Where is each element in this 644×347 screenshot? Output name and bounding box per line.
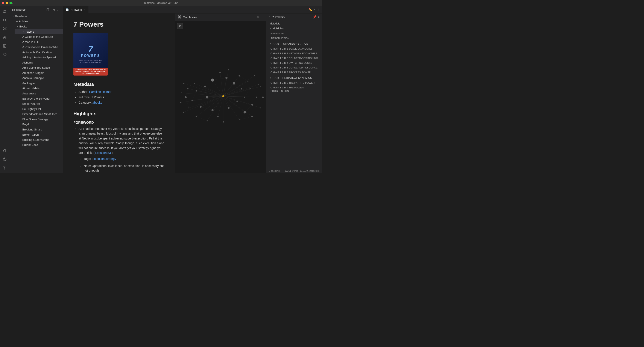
outline-header: ▼ 7 Powers 📌 ≡ xyxy=(266,14,322,20)
tree-articles[interactable]: ▶ Articles xyxy=(11,19,63,24)
help-activity-icon[interactable] xyxy=(1,155,8,163)
svg-point-96 xyxy=(226,77,228,79)
outline-ch2[interactable]: C H A P T E R 2 NETWORK ECONOMIES xyxy=(266,51,322,56)
tree-item-adding[interactable]: Adding Intention to Spaced Repet... xyxy=(14,55,63,60)
back-button[interactable]: ← xyxy=(11,1,16,5)
outline-ch3[interactable]: C H A P T E R 3 COUNTER-POSITIONING xyxy=(266,56,322,60)
outline-metadata[interactable]: Metadata xyxy=(266,21,322,26)
tree-item-kingpin[interactable]: American Kingpin xyxy=(14,70,63,75)
sync-activity-icon[interactable] xyxy=(1,147,8,154)
tree-item-bullshit[interactable]: Bullshit Jobs xyxy=(14,142,63,148)
outline-part1[interactable]: ▼ P A R T I STRATEGY STATICS xyxy=(266,42,322,46)
tree-item-breaking[interactable]: Breaking Smart xyxy=(14,127,63,132)
category-link[interactable]: #books xyxy=(92,101,102,104)
outline-ch6[interactable]: C H A P T E R 6 CORNERED RESOURCE xyxy=(266,65,322,70)
outline-introduction[interactable]: INTRODUCTION xyxy=(266,36,322,40)
files-activity-icon[interactable] xyxy=(1,8,8,16)
outline-highlights[interactable]: ▼ Highlights xyxy=(266,26,322,31)
tag-execution[interactable]: execution xyxy=(92,157,104,160)
outline-root-label: 7 Powers xyxy=(272,16,285,19)
outline-part2[interactable]: ▼ P A R T II STRATEGY DYNAMICS xyxy=(266,76,322,80)
outline-ch7[interactable]: C H A P T E R 7 PROCESS POWER xyxy=(266,70,322,75)
minimize-window-button[interactable] xyxy=(6,2,8,4)
svg-point-2 xyxy=(4,19,6,21)
search-activity-icon[interactable] xyxy=(1,16,8,24)
tree-item-alchemy[interactable]: Alchemy xyxy=(14,60,63,65)
graph-activity-icon[interactable] xyxy=(1,25,8,32)
svg-point-5 xyxy=(3,28,4,28)
outline-foreword[interactable]: FOREWORD xyxy=(266,31,322,36)
note-item: Note: Operational excellence, or executi… xyxy=(84,164,165,173)
outline-ch9-label: C H A P T E R 9 THE POWER PROGRESSION xyxy=(270,86,320,93)
metadata-list: Author: Hamilton Helmer Full Title: 7 Po… xyxy=(74,90,165,105)
tree-item-bartleby[interactable]: Bartleby, the Scrivener xyxy=(14,96,63,101)
outline-pin-button[interactable]: 📌 xyxy=(313,15,316,19)
svg-line-3 xyxy=(5,21,6,22)
sort-button[interactable] xyxy=(56,8,60,13)
tree-item-biofeedback[interactable]: Biofeedback and Mindfulness in E... xyxy=(14,111,63,116)
graph-canvas[interactable]: ⚙ xyxy=(175,21,266,174)
outline-ch1[interactable]: C H A P T E R 1 SCALE ECONOMIES xyxy=(266,46,322,51)
cover-subtitle: The Foundations of Business Strategy xyxy=(77,60,104,64)
tree-item-blue[interactable]: Blue Ocean Strategy xyxy=(14,116,63,122)
tree-item-7powers[interactable]: 7 Powers xyxy=(14,29,63,34)
tree-item-atomic[interactable]: Atomic Habits xyxy=(14,86,63,91)
settings-activity-icon[interactable] xyxy=(1,164,8,172)
svg-point-101 xyxy=(192,100,193,101)
outline-introduction-label: INTRODUCTION xyxy=(270,36,289,40)
graph-visualization xyxy=(175,21,266,174)
graph-more-button[interactable]: ⋮ xyxy=(260,16,264,19)
tags-activity-icon[interactable] xyxy=(1,51,8,58)
community-activity-icon[interactable] xyxy=(1,34,8,41)
tab-close-button[interactable]: × xyxy=(83,8,86,12)
svg-point-23 xyxy=(4,168,5,168)
file-explorer: readwise ▼ Readwise xyxy=(10,6,63,174)
new-folder-button[interactable] xyxy=(51,8,56,13)
svg-line-10 xyxy=(5,28,6,28)
author-link[interactable]: Hamilton Helmer xyxy=(89,90,112,94)
tree-item-man[interactable]: A Man in Full xyxy=(14,39,63,44)
graph-close-button[interactable]: × xyxy=(257,16,259,19)
tree-item-antifragile[interactable]: Antifragile xyxy=(14,80,63,86)
outline-ch6-label: C H A P T E R 6 CORNERED RESOURCE xyxy=(270,66,318,69)
tree-item-boyd[interactable]: Boyd xyxy=(14,122,63,127)
cover-banner: HAMILTON HELMER · FOREWORD BY REED HASTI… xyxy=(74,68,108,76)
new-file-button[interactable] xyxy=(46,8,50,13)
svg-point-94 xyxy=(233,82,235,84)
editor-pane[interactable]: 7 Powers 7 POWERS The Foundations of Bus… xyxy=(63,14,175,174)
tree-item-guide[interactable]: A Guide to the Good Life xyxy=(14,34,63,39)
tree-item-subtle[interactable]: Am I Being Too Subtle xyxy=(14,65,63,70)
svg-line-11 xyxy=(4,29,4,30)
more-options-button[interactable]: ⋮ xyxy=(317,8,320,11)
location-link[interactable]: Location 83 xyxy=(95,151,111,154)
tree-item-gamification[interactable]: Actionable Gamification xyxy=(14,50,63,55)
tree-item-awareness[interactable]: Awareness xyxy=(14,91,63,96)
highlight-item-1: As I had learned over my years as a busi… xyxy=(78,126,165,174)
tab-7powers[interactable]: 📄 7 Powers × xyxy=(63,6,88,13)
tag-strategy[interactable]: strategy xyxy=(106,157,116,160)
svg-point-99 xyxy=(206,96,208,98)
bookmarks-activity-icon[interactable] xyxy=(1,42,8,50)
activity-bar xyxy=(0,6,10,174)
tree-books[interactable]: ▼ Books xyxy=(11,24,63,29)
tree-item-carnegie[interactable]: Andrew Carnegie xyxy=(14,75,63,80)
outline-ch7-label: C H A P T E R 7 PROCESS POWER xyxy=(270,70,311,74)
close-editor-button[interactable]: × xyxy=(314,8,316,11)
outline-ch1-label: C H A P T E R 1 SCALE ECONOMIES xyxy=(270,47,312,50)
tree-item-be-you[interactable]: Be as You Are xyxy=(14,101,63,106)
graph-settings-button[interactable]: ⚙ xyxy=(177,23,183,29)
outline-ch9[interactable]: C H A P T E R 9 THE POWER PROGRESSION xyxy=(266,85,322,93)
outline-ch4[interactable]: C H A P T E R 4 SWITCHING COSTS xyxy=(266,60,322,65)
tree-root-readwise[interactable]: ▼ Readwise xyxy=(10,14,63,19)
forward-button[interactable]: → xyxy=(17,1,22,5)
outline-ch8[interactable]: C H A P T E R 8 THE PATH TO POWER xyxy=(266,80,322,85)
highlight-list: As I had learned over my years as a busi… xyxy=(74,126,165,174)
edit-button[interactable]: ✏️ xyxy=(308,8,312,11)
tree-item-practitioners[interactable]: A Practitioners Guide to When Rea... xyxy=(14,44,63,50)
tree-item-be-evil[interactable]: Be Slightly Evil xyxy=(14,106,63,111)
close-window-button[interactable] xyxy=(2,2,4,4)
tree-item-broken[interactable]: Broken Open xyxy=(14,132,63,137)
outline-settings-button[interactable]: ≡ xyxy=(318,15,320,19)
window-controls xyxy=(2,2,12,4)
tree-item-storybrand[interactable]: Building a StoryBrand xyxy=(14,137,63,142)
